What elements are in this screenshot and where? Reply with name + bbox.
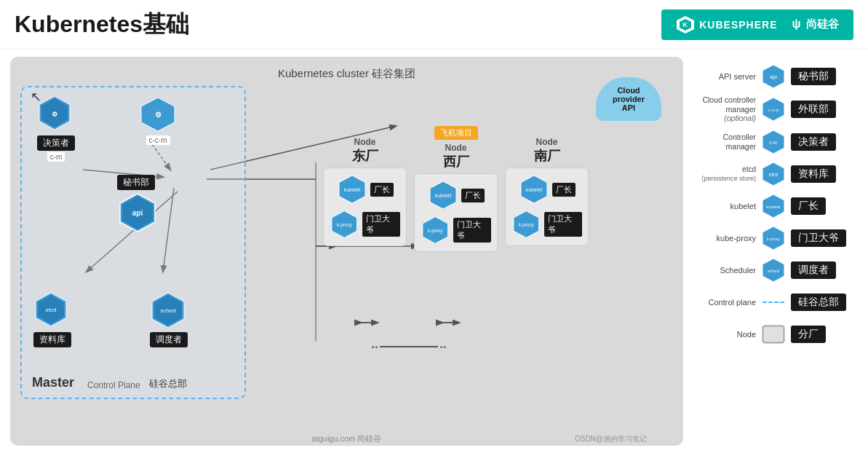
svg-text:etcd: etcd	[769, 172, 779, 177]
ccm-icon: ⚙	[138, 95, 178, 134]
legend-cm: Controllermanager c-m 决策者	[690, 127, 858, 157]
legend-kproxy-zh: 门卫大爷	[791, 229, 846, 247]
legend-kproxy-icon: k-proxy	[760, 225, 787, 251]
legend-etcd-zh: 资料库	[791, 165, 836, 183]
legend-etcd: etcd(persistence store) etcd 资料库	[690, 159, 858, 189]
legend-kubelet-name: kubelet	[690, 201, 756, 211]
legend-cp-zh: 硅谷总部	[791, 294, 846, 311]
svg-text:k-proxy: k-proxy	[519, 222, 534, 228]
legend-etcd-icon: etcd	[760, 161, 787, 187]
svg-text:etcd: etcd	[45, 307, 56, 313]
legend-area: API server api 秘书部 Cloud controllermanag…	[690, 57, 858, 446]
watermark: atguigu.com 尚硅谷	[312, 433, 382, 444]
legend-scheduler-icon: sched	[760, 257, 787, 283]
kproxy-icon-3: k-proxy	[511, 209, 541, 240]
kproxy-icon-1: k-proxy	[330, 209, 359, 240]
legend-control-plane: Control plane 硅谷总部	[690, 287, 858, 318]
diagram-area: Kubernetes cluster 硅谷集团	[10, 57, 683, 446]
cm-component: ⚙ ↖ 决策者 c-m	[36, 95, 76, 162]
svg-rect-61	[764, 327, 783, 342]
ccm-component: ⚙ c-c-m	[138, 95, 178, 145]
sgg-icon: ψ	[792, 17, 800, 30]
svg-text:k-proxy: k-proxy	[428, 228, 443, 234]
sgg-label: 尚硅谷	[806, 17, 839, 30]
legend-node: Node 分厂	[690, 319, 858, 350]
svg-text:K: K	[682, 21, 688, 28]
svg-text:api: api	[132, 209, 143, 217]
legend-cm-name: Controllermanager	[690, 133, 756, 151]
etcd-icon: etcd	[33, 291, 72, 331]
brand-logos: K KUBESPHERE ψ 尚硅谷	[661, 9, 853, 40]
legend-cm-icon: c-m	[760, 129, 787, 155]
svg-text:api: api	[770, 74, 777, 80]
legend-node-zh: 分厂	[791, 326, 826, 343]
legend-api-zh: 秘书部	[791, 68, 836, 85]
cloud-provider-box: Cloud provider API	[596, 77, 661, 121]
legend-node-name: Node	[690, 329, 756, 339]
cluster-label: Kubernetes cluster 硅谷集团	[20, 67, 673, 81]
legend-api-icon: api	[760, 63, 787, 90]
sched-component: sched 调度者	[149, 291, 188, 347]
master-label: Master	[32, 375, 74, 390]
kubesphere-label: KUBESPHERE	[699, 19, 777, 31]
legend-scheduler: Scheduler sched 调度者	[690, 255, 858, 285]
legend-api-name: API server	[690, 71, 756, 82]
svg-text:c-c-m: c-c-m	[768, 108, 779, 112]
kubelet-icon-1: kubelet	[337, 174, 367, 205]
sgg-total-label: 硅谷总部	[149, 377, 187, 390]
kubelet-icon-3: kubelet	[519, 174, 549, 205]
legend-cp-name: Control plane	[690, 297, 756, 307]
legend-api-server: API server api 秘书部	[690, 61, 858, 92]
legend-cp-icon	[760, 289, 787, 315]
svg-text:kubelet: kubelet	[525, 187, 542, 192]
etcd-label: 资料库	[33, 332, 71, 347]
node-xichang: 飞机项目 Node 西厂 kubelet 厂长 k-proxy 门卫大爷	[414, 126, 498, 252]
svg-text:sched: sched	[160, 307, 175, 314]
kproxy-arrows: ↔ ↔	[370, 341, 448, 352]
legend-ccm-name: Cloud controllermanager(optional)	[690, 95, 756, 123]
sched-icon: sched	[149, 291, 188, 331]
legend-kubelet-zh: 厂长	[791, 197, 826, 215]
kubesphere-logo: K KUBESPHERE	[676, 15, 777, 34]
legend-scheduler-name: Scheduler	[690, 265, 756, 275]
cloud-label: Cloud provider API	[613, 86, 645, 112]
svg-text:kubelet: kubelet	[766, 205, 781, 209]
master-box: ⚙ ↖ 决策者 c-m ⚙ c-c-m	[20, 86, 246, 399]
kproxy-icon-2: k-proxy	[421, 215, 450, 245]
svg-text:kubelet: kubelet	[343, 187, 360, 192]
svg-text:k-proxy: k-proxy	[337, 222, 352, 228]
legend-scheduler-zh: 调度者	[791, 261, 836, 279]
watermark-sub: OSDN@洲的学习笔记	[575, 434, 647, 444]
svg-text:c-m: c-m	[770, 140, 778, 145]
legend-kubelet: kubelet kubelet 厂长	[690, 191, 858, 221]
control-plane-label: Control Plane	[87, 380, 140, 390]
svg-text:kubelet: kubelet	[434, 193, 451, 198]
legend-ccm: Cloud controllermanager(optional) c-c-m …	[690, 93, 858, 125]
cm-icon: ⚙ ↖	[36, 95, 76, 134]
api-label-zh: 秘书部	[117, 175, 155, 190]
etcd-component: etcd 资料库	[33, 291, 72, 347]
flight-badge: 飞机项目	[434, 126, 478, 140]
legend-etcd-name: etcd(persistence store)	[690, 165, 756, 183]
sched-label: 调度者	[150, 332, 188, 347]
kubesphere-icon: K	[676, 15, 695, 34]
cm-label: 决策者	[37, 135, 75, 151]
header: Kubernetes基础 K KUBESPHERE ψ 尚硅谷	[0, 0, 868, 50]
legend-ccm-zh: 外联部	[791, 101, 836, 118]
sgg-logo: ψ 尚硅谷	[792, 17, 839, 31]
node-dongchang: Node 东厂 kubelet 厂长 k-proxy 门	[323, 137, 407, 246]
svg-text:⚙: ⚙	[155, 111, 162, 119]
legend-kproxy: kube-proxy k-proxy 门卫大爷	[690, 223, 858, 253]
watermark-text: atguigu.com 尚硅谷	[312, 434, 382, 443]
api-component: 秘书部 api	[116, 175, 156, 231]
svg-text:sched: sched	[768, 269, 779, 273]
node-nanchang: Node 南厂 kubelet 厂长 k-proxy 门卫大爷	[505, 137, 589, 246]
api-icon: api	[116, 192, 156, 231]
svg-text:k-proxy: k-proxy	[767, 237, 780, 241]
legend-kubelet-icon: kubelet	[760, 193, 787, 219]
legend-kproxy-name: kube-proxy	[690, 233, 756, 243]
legend-cm-zh: 决策者	[791, 133, 836, 151]
page-title: Kubernetes基础	[15, 9, 189, 41]
main-content: Kubernetes cluster 硅谷集团	[0, 50, 868, 453]
legend-ccm-icon: c-c-m	[760, 96, 787, 122]
